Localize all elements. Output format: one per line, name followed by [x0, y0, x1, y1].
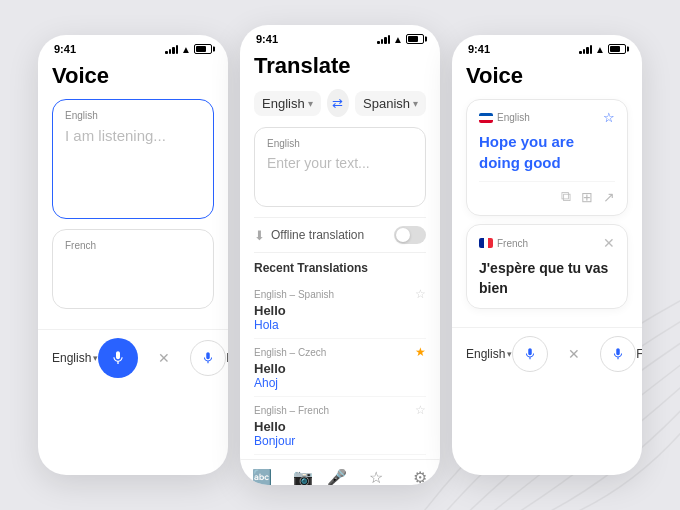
recent-item-1: English – Spanish ☆ Hello Hola [254, 281, 426, 339]
status-bar-left: 9:41 ▲ [38, 35, 228, 59]
mic-active-button[interactable] [98, 338, 138, 378]
voice-output-bottom-bar: English ▾ ✕ French ▾ [452, 327, 642, 380]
nav-favourites-icon: ☆ [369, 468, 383, 485]
offline-icon: ⬇ [254, 228, 265, 243]
input-lang-label: English [65, 110, 201, 121]
mic-target-button[interactable] [600, 336, 636, 372]
status-bar-right: 9:41 ▲ [452, 35, 642, 59]
time-right: 9:41 [468, 43, 490, 55]
english-flag [479, 113, 493, 123]
target-translated-text: J'espère que tu vas bien [479, 259, 615, 298]
recent-translation-2: Ahoj [254, 376, 426, 390]
target-lang-selector-left[interactable]: French ▾ [226, 351, 228, 365]
nav-favourites[interactable]: ☆ Favourites [355, 468, 397, 485]
nav-camera[interactable]: 📷 Camera [287, 468, 319, 485]
source-dropdown-chevron: ▾ [308, 98, 313, 109]
star-icon-1[interactable]: ☆ [415, 287, 426, 301]
close-target-card-button[interactable]: ✕ [603, 235, 615, 251]
star-icon-3[interactable]: ☆ [415, 403, 426, 417]
status-icons-right: ▲ [579, 44, 626, 55]
source-lang-badge: English ☆ [479, 110, 615, 125]
source-lang-selector-left[interactable]: English ▾ [52, 351, 98, 365]
offline-label: Offline translation [271, 228, 364, 242]
voice-output-action-buttons: ✕ [512, 336, 636, 372]
time-left: 9:41 [54, 43, 76, 55]
source-lang-selector-right[interactable]: English ▾ [466, 347, 512, 361]
status-icons-left: ▲ [165, 44, 212, 55]
status-bar-center: 9:41 ▲ [240, 25, 440, 49]
share-icon[interactable]: ↗ [603, 189, 615, 205]
nav-settings[interactable]: ⚙ Settings [404, 468, 437, 485]
bottom-nav-bar: 🔤 Translate 📷 Camera 🎤 Voice ☆ Favourite… [240, 459, 440, 485]
recent-item-2: English – Czech ★ Hello Ahoj [254, 339, 426, 397]
recent-langs-2: English – Czech ★ [254, 345, 426, 359]
recent-translation-1: Hola [254, 318, 426, 332]
voice-action-buttons: ✕ [98, 338, 226, 378]
recent-item-3: English – French ☆ Hello Bonjour [254, 397, 426, 455]
battery-icon-right [608, 44, 626, 54]
source-card-actions: ⧉ ⊞ ↗ [479, 181, 615, 205]
battery-icon-center [406, 34, 424, 44]
target-dropdown-chevron: ▾ [413, 98, 418, 109]
phone-translate: 9:41 ▲ Translate English ▾ [240, 25, 440, 485]
voice-output-box: French [52, 229, 214, 309]
phone-voice-output: 9:41 ▲ Voice English ☆ [452, 35, 642, 475]
target-lang-badge-row: French ✕ [479, 235, 615, 251]
voice-input-box[interactable]: English I am listening... [52, 99, 214, 219]
target-lang-badge: French [479, 238, 528, 249]
star-icon-2[interactable]: ★ [415, 345, 426, 359]
listening-placeholder: I am listening... [65, 127, 201, 144]
offline-toggle[interactable] [394, 226, 426, 244]
wifi-icon-left: ▲ [181, 44, 191, 55]
close-button-right[interactable]: ✕ [560, 340, 588, 368]
source-translation-card: English ☆ Hope you are doing good ⧉ ⊞ ↗ [466, 99, 628, 216]
source-translated-text: Hope you are doing good [479, 131, 615, 173]
recent-word-2: Hello [254, 361, 426, 376]
recent-translations-header: Recent Translations [254, 261, 426, 275]
nav-voice[interactable]: 🎤 Voice [326, 468, 348, 485]
recent-word-1: Hello [254, 303, 426, 318]
nav-voice-icon: 🎤 [327, 468, 347, 485]
mic-outline-button[interactable] [190, 340, 226, 376]
translate-input-box[interactable]: English Enter your text... [254, 127, 426, 207]
target-translation-card: French ✕ J'espère que tu vas bien [466, 224, 628, 309]
signal-icon-center [377, 34, 390, 44]
offline-label-group: ⬇ Offline translation [254, 228, 364, 243]
recent-word-3: Hello [254, 419, 426, 434]
target-lang-selector-right[interactable]: French ▾ [636, 347, 642, 361]
recent-langs-3: English – French ☆ [254, 403, 426, 417]
wifi-icon-right: ▲ [595, 44, 605, 55]
grid-icon[interactable]: ⊞ [581, 189, 593, 205]
nav-translate[interactable]: 🔤 Translate [243, 468, 280, 485]
recent-lang-text-3: English – French [254, 405, 329, 416]
translate-lang-header: English ▾ ⇄ Spanish ▾ [254, 89, 426, 117]
wifi-icon-center: ▲ [393, 34, 403, 45]
source-card-lang: English [497, 112, 530, 123]
mic-output-button[interactable] [512, 336, 548, 372]
nav-translate-icon: 🔤 [252, 468, 272, 485]
toggle-knob [396, 228, 410, 242]
close-button-left[interactable]: ✕ [150, 344, 178, 372]
voice-output-page-title: Voice [466, 63, 628, 89]
star-source-icon[interactable]: ☆ [603, 110, 615, 125]
status-icons-center: ▲ [377, 34, 424, 45]
voice-bottom-bar: English ▾ ✕ French ▾ [38, 329, 228, 386]
recent-langs-1: English – Spanish ☆ [254, 287, 426, 301]
phones-container: 9:41 ▲ Voice English I am listening... [38, 25, 642, 485]
battery-icon-left [194, 44, 212, 54]
translate-source-label: English [267, 138, 413, 149]
output-lang-label: French [65, 240, 201, 251]
signal-icon-right [579, 44, 592, 54]
target-lang-dropdown[interactable]: Spanish ▾ [355, 91, 426, 116]
voice-page-title: Voice [52, 63, 214, 89]
target-card-lang: French [497, 238, 528, 249]
translate-placeholder: Enter your text... [267, 155, 413, 171]
offline-translation-row: ⬇ Offline translation [254, 217, 426, 253]
nav-camera-icon: 📷 [293, 468, 313, 485]
recent-translation-3: Bonjour [254, 434, 426, 448]
translate-page-title: Translate [254, 53, 426, 79]
source-lang-dropdown[interactable]: English ▾ [254, 91, 321, 116]
swap-languages-button[interactable]: ⇄ [327, 89, 349, 117]
nav-settings-icon: ⚙ [413, 468, 427, 485]
copy-icon[interactable]: ⧉ [561, 188, 571, 205]
